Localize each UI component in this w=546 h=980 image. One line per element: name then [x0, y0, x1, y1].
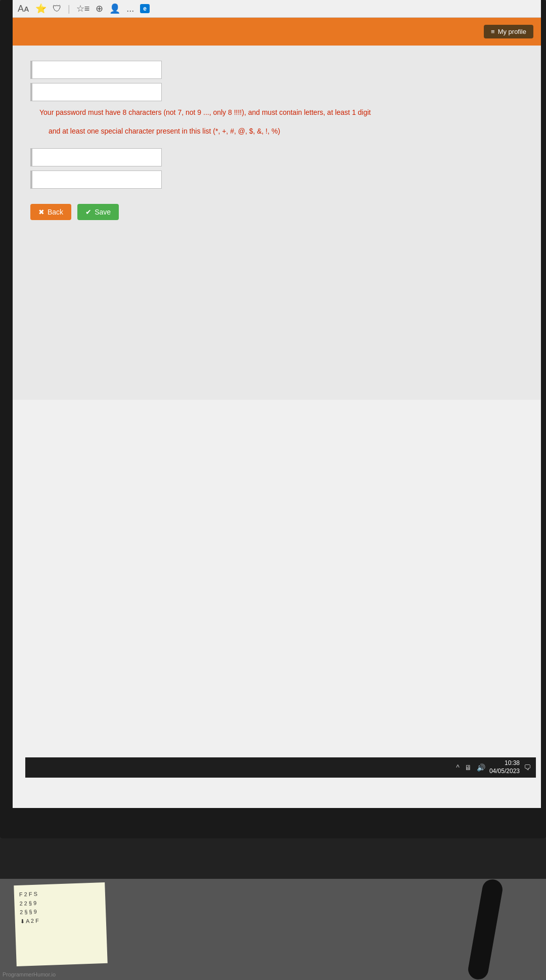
input-field-2[interactable]	[30, 83, 162, 101]
screen: Aᴀ ⭐ 🛡 | ☆≡ ⊕ 👤 ... e ≡ My profile	[13, 0, 541, 808]
profile-icon[interactable]: 👤	[109, 3, 120, 14]
taskbar-time: 10:38	[489, 759, 520, 768]
taskbar-display-icon: 🖥	[465, 763, 472, 772]
taskbar: ^ 🖥 🔊 10:38 04/05/2023 🗨	[25, 757, 536, 778]
error-indicator	[30, 107, 34, 125]
desk-paper: F 2 F S 2 2 § 9 2 § § 9 ⬇ A 2 F	[14, 882, 107, 966]
taskbar-clock: 10:38 04/05/2023	[489, 759, 520, 775]
more-icon[interactable]: ...	[126, 4, 134, 14]
save-icon: ✔	[85, 208, 92, 216]
desk-area: F 2 F S 2 2 § 9 2 § § 9 ⬇ A 2 F	[0, 838, 546, 980]
error-block-2: and at least one special character prese…	[39, 122, 526, 140]
my-profile-label: My profile	[498, 28, 526, 35]
save-button[interactable]: ✔ Save	[77, 204, 119, 220]
edge-logo-icon: e	[140, 4, 150, 13]
field-row-3	[30, 148, 526, 166]
back-label: Back	[48, 208, 63, 216]
taskbar-date: 04/05/2023	[489, 768, 520, 776]
my-profile-icon: ≡	[491, 28, 495, 35]
error-indicator-2	[39, 122, 43, 140]
buttons-row: ✖ Back ✔ Save	[30, 204, 526, 220]
shield-icon[interactable]: 🛡	[53, 4, 62, 14]
taskbar-system-icons: ^ 🖥 🔊	[456, 763, 485, 772]
site-header: ≡ My profile	[13, 18, 541, 46]
main-content: Your password must have 8 characters (no…	[13, 46, 541, 400]
save-label: Save	[95, 208, 111, 216]
input-field-3[interactable]	[30, 148, 162, 166]
field-row-1	[30, 61, 526, 79]
taskbar-notification-icon: 🗨	[524, 763, 531, 772]
reading-mode-icon[interactable]: ☆≡	[76, 3, 90, 14]
input-field-4[interactable]	[30, 171, 162, 189]
browser-chrome: Aᴀ ⭐ 🛡 | ☆≡ ⊕ 👤 ... e	[13, 0, 541, 18]
error-message-2: and at least one special character prese…	[49, 126, 280, 137]
error-message-1: Your password must have 8 characters (no…	[30, 107, 526, 118]
taskbar-chevron-icon: ^	[456, 763, 460, 772]
field-row-4	[30, 171, 526, 189]
my-profile-button[interactable]: ≡ My profile	[484, 25, 533, 38]
add-tab-icon[interactable]: ⊕	[96, 3, 103, 14]
form-area: Your password must have 8 characters (no…	[23, 61, 526, 220]
back-icon: ✖	[38, 208, 44, 216]
watermark: ProgrammerHumor.io	[3, 971, 56, 977]
field-row-2	[30, 83, 526, 101]
divider: |	[68, 4, 70, 14]
error-block: Your password must have 8 characters (no…	[30, 107, 526, 118]
monitor-outer: Aᴀ ⭐ 🛡 | ☆≡ ⊕ 👤 ... e ≡ My profile	[0, 0, 546, 838]
back-button[interactable]: ✖ Back	[30, 204, 71, 220]
input-field-1[interactable]	[30, 61, 162, 79]
font-size-icon[interactable]: Aᴀ	[18, 3, 29, 14]
taskbar-volume-icon: 🔊	[477, 763, 485, 772]
favorites-icon[interactable]: ⭐	[35, 3, 47, 14]
watermark-text: ProgrammerHumor.io	[3, 971, 56, 977]
